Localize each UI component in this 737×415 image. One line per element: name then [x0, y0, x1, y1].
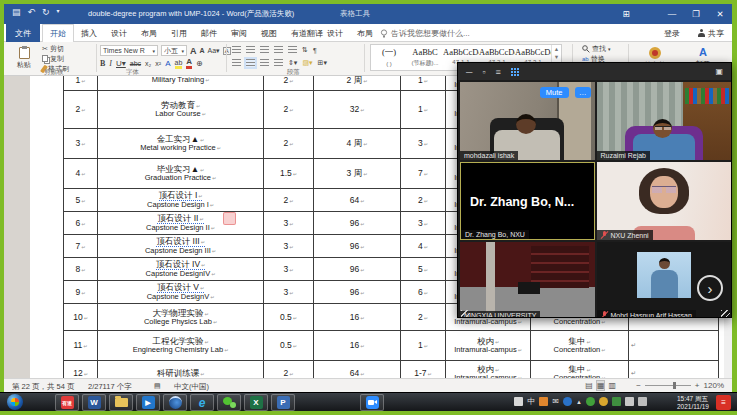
tab-5[interactable]: 邮件 [194, 24, 224, 42]
tab-0[interactable]: 开始 [42, 24, 74, 42]
align-left-icon[interactable] [232, 59, 241, 67]
tab-3[interactable]: 布局 [134, 24, 164, 42]
borders-icon[interactable]: ⊞▾ [318, 59, 327, 67]
taskbar-wechat[interactable] [217, 394, 241, 411]
table-cell[interactable]: 2 [264, 91, 314, 129]
meeting-grid-view-icon[interactable] [511, 68, 519, 76]
tab-6[interactable]: 审阅 [224, 24, 254, 42]
table-cell[interactable]: 64 [314, 361, 401, 378]
underline-icon[interactable]: U▾ [116, 59, 126, 68]
table-cell[interactable]: 3 [264, 258, 314, 281]
course-name-cell[interactable]: 科研训练课 [98, 361, 264, 378]
style-item[interactable]: (一)( ) [371, 45, 407, 70]
table-cell[interactable]: 2 [264, 129, 314, 159]
copy-button[interactable]: 复制 [42, 54, 69, 63]
table-cell[interactable]: 1 [401, 331, 446, 361]
tray-icon[interactable] [586, 397, 595, 406]
taskbar-media-player[interactable]: ▶ [136, 394, 160, 411]
tray-show-hidden-icon[interactable]: ▲ [576, 399, 582, 405]
table-cell[interactable]: 1 [64, 76, 98, 91]
align-center-icon[interactable] [246, 59, 255, 67]
video-tile[interactable]: Mute … mohdazali ishak [460, 82, 595, 160]
bullets-icon[interactable] [232, 46, 241, 54]
word-count[interactable]: 2/27117 个字 [88, 382, 132, 392]
table-cell[interactable]: 2 [264, 361, 314, 378]
close-button[interactable]: ✕ [708, 9, 732, 19]
paste-button[interactable]: 粘贴 [9, 44, 39, 72]
resize-handle[interactable] [461, 310, 470, 317]
bold-icon[interactable]: B [100, 59, 105, 68]
meeting-popout-icon[interactable]: ▣ [715, 67, 723, 76]
table-cell[interactable]: 2 [64, 91, 98, 129]
taskbar-youdao[interactable]: 有道 [55, 394, 79, 411]
tell-me-box[interactable]: 告诉我您想要做什么... [380, 24, 470, 42]
meeting-minimize-icon[interactable]: ─ [466, 67, 472, 77]
table-cell[interactable]: 3 [401, 212, 446, 235]
course-name-cell[interactable]: 顶石设计 IVCapstone DesignIV [98, 258, 264, 281]
concentration-cell[interactable]: 集中Concentration [531, 331, 629, 361]
table-cell[interactable]: 0.5 [264, 304, 314, 331]
youdao-capture-icon[interactable] [223, 212, 236, 225]
course-name-cell[interactable]: 工程化学实验Engineering Chemistry Lab [98, 331, 264, 361]
course-name-cell[interactable]: Military Training [98, 76, 264, 91]
styles-up-icon[interactable]: ▲ [554, 46, 559, 52]
table-cell[interactable]: 3 [401, 129, 446, 159]
course-name-cell[interactable]: 金工实习▲Metal working Practice [98, 129, 264, 159]
highlight-icon[interactable]: ab [175, 59, 183, 69]
taskbar-excel[interactable]: X [244, 394, 268, 411]
course-name-cell[interactable]: 顶石设计 IIICapstone Design III [98, 235, 264, 258]
tray-shield-icon[interactable] [612, 397, 621, 406]
table-cell[interactable]: 3 [264, 235, 314, 258]
proofing-icon[interactable]: ▤ [154, 382, 161, 390]
course-name-cell[interactable]: 大学物理实验College Physics Lab [98, 304, 264, 331]
table-cell[interactable]: 32 [314, 91, 401, 129]
table-cell[interactable]: 5 [64, 189, 98, 212]
tab-1[interactable]: 插入 [74, 24, 104, 42]
show-marks-icon[interactable]: ¶ [313, 47, 317, 54]
video-tile[interactable]: NINGXIA UNIVERSITY [460, 242, 595, 317]
taskbar-word[interactable]: W [82, 394, 106, 411]
table-cell[interactable]: 4 [64, 159, 98, 189]
table-cell[interactable]: 12 [64, 361, 98, 378]
remark-cell[interactable]: ↵ [629, 331, 719, 361]
meeting-list-view-icon[interactable]: ≡ [496, 67, 501, 77]
font-size-dropdown[interactable]: 小五▾ [161, 45, 187, 56]
cut-button[interactable]: ✂剪切 [42, 44, 69, 53]
table-cell[interactable]: 1 [401, 91, 446, 129]
taskbar-zoom-meeting[interactable] [360, 394, 384, 411]
location-cell[interactable]: 校内Intramural-campus [446, 331, 531, 361]
font-name-dropdown[interactable]: Times New R▾ [100, 45, 158, 56]
tray-ime-lang[interactable]: 中 [527, 396, 535, 407]
sort-icon[interactable]: ⇅ [302, 46, 308, 54]
font-color-icon[interactable]: A [186, 58, 192, 69]
justify-icon[interactable] [274, 59, 283, 67]
tray-ime-icon[interactable] [514, 397, 523, 406]
multilevel-list-icon[interactable] [260, 46, 269, 54]
redo-icon[interactable]: ↻ [42, 7, 50, 17]
start-button[interactable] [7, 394, 23, 410]
table-cell[interactable]: 16 [314, 331, 401, 361]
table-cell[interactable]: 96 [314, 212, 401, 235]
numbering-icon[interactable] [246, 46, 255, 54]
enclose-char-icon[interactable]: ⊕ [196, 59, 203, 68]
table-cell[interactable]: 7 [64, 235, 98, 258]
table-cell[interactable]: 96 [314, 258, 401, 281]
tray-notification-icon[interactable]: ≡ [716, 395, 731, 410]
tray-icon[interactable] [599, 397, 608, 406]
table-cell[interactable]: 64 [314, 189, 401, 212]
tab-7[interactable]: 视图 [254, 24, 284, 42]
table-cell[interactable]: 2 [401, 304, 446, 331]
table-cell[interactable]: 16 [314, 304, 401, 331]
print-layout-icon[interactable]: ▦ [597, 381, 605, 390]
table-cell[interactable]: 2 [264, 189, 314, 212]
table-cell[interactable]: 2 [401, 189, 446, 212]
line-spacing-icon[interactable]: ⇕▾ [288, 59, 297, 67]
table-cell[interactable]: 1.5 [264, 159, 314, 189]
more-options-button[interactable]: … [575, 87, 591, 98]
next-page-arrow[interactable]: › [697, 275, 723, 301]
shading-icon[interactable]: ▨▾ [302, 59, 312, 67]
styles-down-icon[interactable]: ▼ [554, 54, 559, 60]
course-name-cell[interactable]: 劳动教育Labor Course [98, 91, 264, 129]
tab-file[interactable]: 文件 [6, 24, 40, 42]
meeting-thumbnail-view-icon[interactable]: ▫ [482, 67, 485, 77]
